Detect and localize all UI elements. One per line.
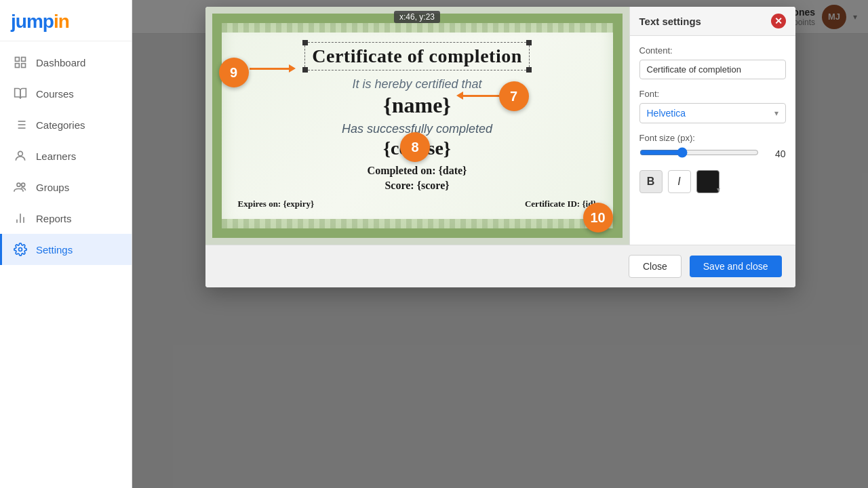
- cert-border-top: [222, 23, 613, 33]
- reports-icon: [13, 211, 28, 226]
- handle-tr[interactable]: [526, 40, 532, 45]
- certificate-area[interactable]: x:46, y:23 9 7 8 10: [205, 7, 629, 245]
- modal-footer: Close Save and close: [205, 245, 795, 287]
- font-size-slider[interactable]: [639, 147, 759, 158]
- cert-border-bottom: [222, 219, 613, 228]
- text-settings-panel: Text settings ✕ Content: Font: Helvetica…: [629, 7, 795, 245]
- modal-body: x:46, y:23 9 7 8 10: [205, 7, 795, 245]
- bold-icon: B: [647, 176, 655, 188]
- svg-rect-1: [22, 58, 26, 62]
- step-10-bubble: 10: [583, 203, 613, 232]
- sidebar-nav: Dashboard Courses Categories Learners Gr: [0, 41, 132, 488]
- step-9-arrow: [250, 68, 290, 70]
- sidebar-item-settings[interactable]: Settings: [0, 234, 132, 265]
- logo-text: jumpin: [11, 11, 69, 32]
- settings-icon: [13, 242, 28, 257]
- handle-tl[interactable]: [302, 40, 308, 45]
- step-8-bubble: 8: [400, 132, 430, 162]
- sidebar-label-categories: Categories: [36, 119, 85, 131]
- font-select-dropdown[interactable]: Helvetica ▾: [639, 103, 786, 123]
- certificate-frame: Certificate of completion It is hereby c…: [212, 14, 623, 238]
- svg-rect-0: [16, 58, 20, 62]
- color-picker-button[interactable]: [696, 170, 719, 193]
- sidebar-item-groups[interactable]: Groups: [0, 171, 132, 203]
- content-label: Content:: [639, 45, 786, 56]
- sidebar: jumpin Dashboard Courses Categories Lea: [0, 0, 132, 488]
- step-7-arrow: [462, 95, 499, 97]
- sidebar-item-courses[interactable]: Courses: [0, 78, 132, 109]
- save-and-close-button[interactable]: Save and close: [690, 256, 782, 277]
- settings-header: Text settings ✕: [630, 7, 795, 36]
- svg-point-12: [22, 183, 25, 186]
- sidebar-item-categories[interactable]: Categories: [0, 109, 132, 140]
- font-label: Font:: [639, 89, 786, 99]
- cert-score-text: Score: {score}: [238, 180, 597, 192]
- sidebar-label-groups: Groups: [36, 182, 69, 193]
- slider-container: [639, 147, 759, 161]
- sidebar-label-dashboard: Dashboard: [36, 57, 85, 68]
- cert-footer: Expires on: {expiry} Certificate ID: {id…: [238, 199, 597, 209]
- svg-rect-3: [22, 64, 26, 68]
- sidebar-label-settings: Settings: [36, 244, 73, 256]
- font-size-label: Font size (px):: [639, 133, 786, 143]
- step-9-bubble: 9: [219, 58, 249, 87]
- main-content: Matt Jones 1935 points MJ ▾ x:46, y:23 9…: [132, 0, 868, 488]
- close-button[interactable]: Close: [629, 255, 682, 278]
- handle-bl[interactable]: [302, 67, 308, 73]
- sidebar-item-dashboard[interactable]: Dashboard: [0, 47, 132, 78]
- bold-button[interactable]: B: [639, 170, 663, 193]
- certificate-modal: x:46, y:23 9 7 8 10: [205, 7, 795, 287]
- content-input[interactable]: [639, 60, 786, 79]
- cert-subtitle-text: It is hereby certified that: [238, 77, 597, 92]
- chevron-down-icon: ▾: [774, 108, 778, 118]
- sidebar-label-courses: Courses: [36, 88, 74, 100]
- font-size-value: 40: [766, 148, 786, 159]
- font-name-value: Helvetica: [647, 108, 686, 119]
- settings-panel-title: Text settings: [639, 16, 701, 27]
- handle-br[interactable]: [526, 67, 532, 73]
- cert-title-box[interactable]: Certificate of completion: [304, 42, 530, 70]
- learners-icon: [13, 148, 28, 163]
- groups-icon: [13, 180, 28, 195]
- font-size-row: 40: [639, 147, 786, 161]
- cert-inner-content: Certificate of completion It is hereby c…: [222, 33, 613, 219]
- svg-point-11: [17, 183, 20, 186]
- svg-rect-2: [16, 64, 20, 68]
- courses-icon: [13, 86, 28, 101]
- cert-date-text: Completed on: {date}: [238, 165, 597, 177]
- sidebar-item-learners[interactable]: Learners: [0, 140, 132, 171]
- svg-point-10: [18, 151, 23, 156]
- italic-icon: I: [677, 176, 680, 188]
- sidebar-item-reports[interactable]: Reports: [0, 203, 132, 234]
- italic-button[interactable]: I: [668, 170, 691, 193]
- categories-icon: [13, 117, 28, 132]
- step-7-bubble: 7: [499, 81, 529, 111]
- logo: jumpin: [0, 0, 132, 41]
- cert-expires-text: Expires on: {expiry}: [238, 199, 315, 209]
- settings-body: Content: Font: Helvetica ▾ Font size (px…: [630, 36, 795, 203]
- cert-title-container[interactable]: Certificate of completion: [304, 42, 530, 70]
- dashboard-icon: [13, 55, 28, 70]
- modal-overlay: x:46, y:23 9 7 8 10: [132, 0, 868, 488]
- sidebar-label-reports: Reports: [36, 213, 72, 224]
- svg-point-16: [19, 248, 22, 251]
- format-row: B I: [639, 170, 786, 193]
- close-settings-button[interactable]: ✕: [771, 14, 786, 28]
- sidebar-label-learners: Learners: [36, 150, 76, 162]
- cert-title-text: Certificate of completion: [312, 45, 522, 66]
- cert-name-token: {name}: [238, 93, 597, 118]
